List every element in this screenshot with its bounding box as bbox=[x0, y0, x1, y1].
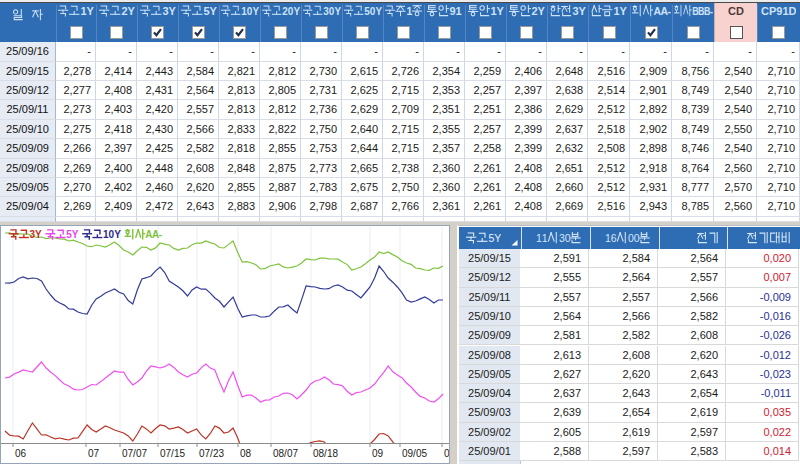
svg-text:08/18: 08/18 bbox=[313, 448, 338, 459]
svg-text:1Y: 1Y bbox=[613, 5, 627, 17]
svg-text:07/07: 07/07 bbox=[122, 448, 147, 459]
svg-text:AA-: AA- bbox=[145, 229, 162, 240]
svg-text:11: 11 bbox=[536, 232, 548, 244]
svg-text:07: 07 bbox=[88, 448, 100, 459]
svg-text:1: 1 bbox=[406, 5, 412, 17]
svg-text:16: 16 bbox=[605, 232, 617, 244]
svg-text:00: 00 bbox=[628, 232, 640, 244]
svg-text:3Y: 3Y bbox=[30, 229, 43, 240]
svg-text:CP91D: CP91D bbox=[761, 5, 796, 17]
svg-text:50Y: 50Y bbox=[364, 5, 382, 17]
svg-text:09/05: 09/05 bbox=[402, 448, 427, 459]
svg-text:2Y: 2Y bbox=[121, 5, 135, 17]
svg-text:06: 06 bbox=[15, 448, 27, 459]
svg-text:5Y: 5Y bbox=[488, 232, 501, 244]
svg-text:10Y: 10Y bbox=[241, 5, 259, 17]
svg-text:07/15: 07/15 bbox=[160, 448, 185, 459]
svg-text:2Y: 2Y bbox=[531, 5, 545, 17]
svg-text:10Y: 10Y bbox=[103, 229, 121, 240]
svg-text:1Y: 1Y bbox=[490, 5, 504, 17]
svg-text:30Y: 30Y bbox=[323, 5, 341, 17]
svg-text:5Y: 5Y bbox=[66, 229, 79, 240]
svg-text:07/23: 07/23 bbox=[199, 448, 224, 459]
svg-text:AA-: AA- bbox=[653, 5, 671, 17]
svg-text:0: 0 bbox=[444, 448, 449, 459]
svg-text:5Y: 5Y bbox=[203, 5, 217, 17]
svg-text:CD: CD bbox=[728, 5, 744, 17]
svg-text:08: 08 bbox=[240, 448, 252, 459]
svg-text:3Y: 3Y bbox=[162, 5, 176, 17]
svg-text:30: 30 bbox=[559, 232, 571, 244]
svg-text:1Y: 1Y bbox=[80, 5, 94, 17]
svg-text:20Y: 20Y bbox=[282, 5, 300, 17]
svg-text:08/07: 08/07 bbox=[273, 448, 298, 459]
svg-text:3Y: 3Y bbox=[572, 5, 586, 17]
svg-text:BBB-: BBB- bbox=[692, 5, 713, 17]
svg-text:09: 09 bbox=[372, 448, 384, 459]
svg-text:91: 91 bbox=[449, 5, 461, 17]
